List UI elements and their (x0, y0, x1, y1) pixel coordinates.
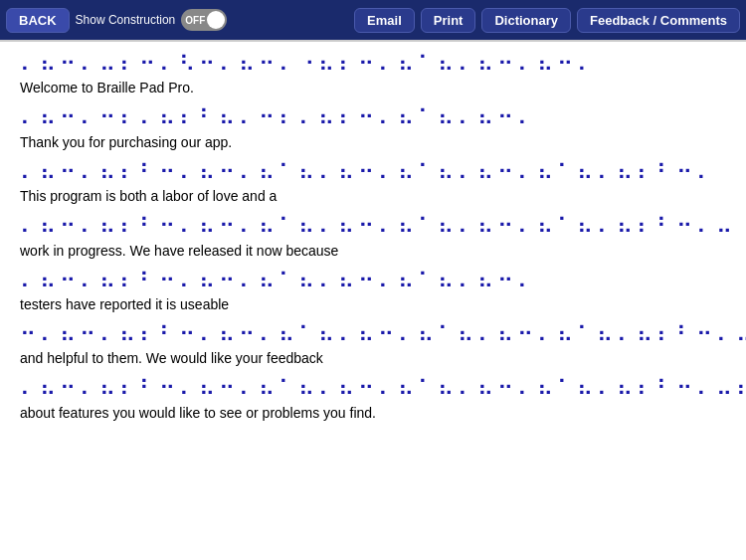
content-area: ⠄⠦⠒⠄⠤⠆⠒⠄⠣⠒⠄⠦⠒⠄⠐⠦⠆⠒⠄⠦⠁⠦⠄⠦⠒⠄⠦⠒⠄Welcome to … (0, 42, 746, 560)
feedback-button[interactable]: Feedback / Comments (577, 8, 740, 33)
show-construction-label: Show Construction (76, 13, 176, 27)
back-button[interactable]: BACK (6, 8, 70, 33)
text-line: Welcome to Braille Pad Pro. (20, 80, 726, 95)
braille-line: ⠄⠦⠒⠄⠦⠆⠃⠒⠄⠦⠒⠄⠦⠁⠦⠄⠦⠒⠄⠦⠁⠦⠄⠦⠒⠄⠦⠁⠦⠄⠦⠆⠃⠒⠄ (20, 160, 726, 186)
show-construction-toggle: Show Construction OFF (76, 9, 228, 31)
text-line: about features you would like to see or … (20, 405, 726, 421)
text-line: Thank you for purchasing our app. (20, 134, 726, 150)
braille-line: ⠄⠦⠒⠄⠒⠆⠄⠦⠆⠃⠦⠄⠒⠆⠄⠦⠆⠒⠄⠦⠁⠦⠄⠦⠒⠄ (20, 105, 726, 131)
braille-line: ⠄⠦⠒⠄⠦⠆⠃⠒⠄⠦⠒⠄⠦⠁⠦⠄⠦⠒⠄⠦⠁⠦⠄⠦⠒⠄⠦⠁⠦⠄⠦⠆⠃⠒⠄⠤ (20, 214, 726, 240)
toolbar-right-buttons: Email Print Dictionary Feedback / Commen… (354, 8, 740, 33)
braille-line: ⠒⠄⠦⠒⠄⠦⠆⠃⠒⠄⠦⠒⠄⠦⠁⠦⠄⠦⠒⠄⠦⠁⠦⠄⠦⠒⠄⠦⠁⠦⠄⠦⠆⠃⠒⠄⠤ (20, 322, 726, 348)
text-line: and helpful to them. We would like your … (20, 350, 726, 366)
braille-line: ⠄⠦⠒⠄⠦⠆⠃⠒⠄⠦⠒⠄⠦⠁⠦⠄⠦⠒⠄⠦⠁⠦⠄⠦⠒⠄⠦⠁⠦⠄⠦⠆⠃⠒⠄⠤⠆⠒⠄⠦ (20, 376, 726, 402)
text-line: This program is both a labor of love and… (20, 188, 726, 204)
toggle-knob (207, 11, 225, 29)
dictionary-button[interactable]: Dictionary (481, 8, 571, 33)
print-button[interactable]: Print (421, 8, 476, 33)
braille-line: ⠄⠦⠒⠄⠤⠆⠒⠄⠣⠒⠄⠦⠒⠄⠐⠦⠆⠒⠄⠦⠁⠦⠄⠦⠒⠄⠦⠒⠄ (20, 52, 726, 78)
toggle-switch[interactable]: OFF (181, 9, 227, 31)
text-line: testers have reported it is useable (20, 296, 726, 312)
email-button[interactable]: Email (354, 8, 415, 33)
text-line: work in progress. We have released it no… (20, 243, 726, 259)
toolbar: BACK Show Construction OFF Email Print D… (0, 0, 746, 40)
braille-line: ⠄⠦⠒⠄⠦⠆⠃⠒⠄⠦⠒⠄⠦⠁⠦⠄⠦⠒⠄⠦⠁⠦⠄⠦⠒⠄ (20, 269, 726, 294)
toggle-label: OFF (185, 15, 205, 26)
